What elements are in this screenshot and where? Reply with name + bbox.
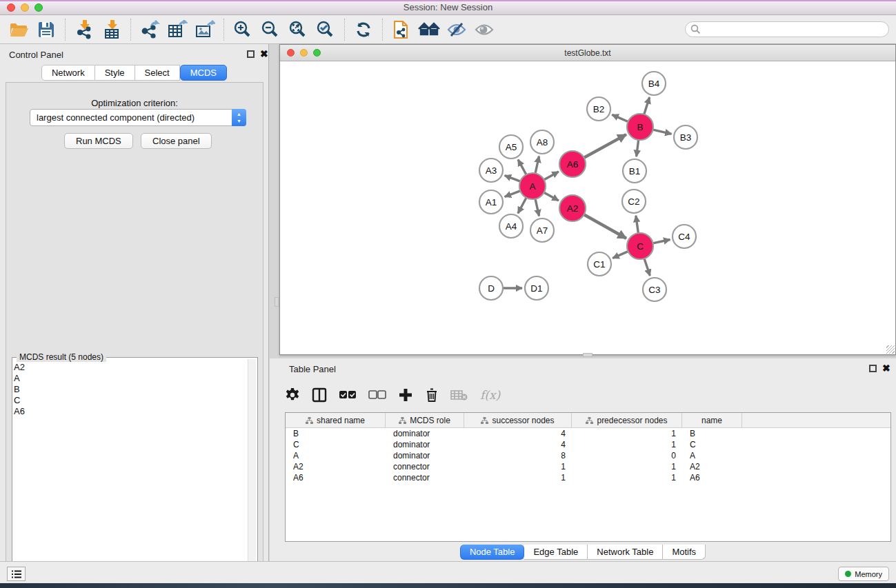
cell[interactable]: 4 <box>464 439 572 450</box>
table-body[interactable]: Bdominator41BCdominator41CAdominator80AA… <box>286 428 890 483</box>
edge-B-B3[interactable] <box>653 130 672 134</box>
network-window-titlebar[interactable]: testGlobe.txt <box>280 45 895 61</box>
network-scroll-thumb-left[interactable] <box>275 297 279 307</box>
result-item[interactable]: A6 <box>14 406 25 417</box>
zoom-fit-icon[interactable] <box>286 19 310 41</box>
node-A2[interactable]: A2 <box>559 195 586 221</box>
delete-column-trash-icon[interactable] <box>425 387 439 403</box>
import-network-icon[interactable] <box>72 19 96 41</box>
zoom-window-button[interactable] <box>34 3 43 12</box>
cell[interactable]: connector <box>386 472 464 483</box>
deselect-all-checks-icon[interactable] <box>368 390 386 400</box>
tab-network[interactable]: Network <box>41 65 95 81</box>
cell[interactable]: 1 <box>572 428 682 439</box>
cell[interactable]: dominator <box>386 428 464 439</box>
zoom-selected-icon[interactable] <box>314 19 337 41</box>
cell[interactable]: B <box>286 428 386 439</box>
cell[interactable]: connector <box>386 461 464 472</box>
save-session-icon[interactable] <box>34 19 58 41</box>
edge-A-A4[interactable] <box>518 198 526 214</box>
table-float-panel-icon[interactable] <box>869 365 877 372</box>
node-C4[interactable]: C4 <box>673 225 696 248</box>
edge-B-B4[interactable] <box>644 97 650 114</box>
node-C[interactable]: C <box>627 233 653 259</box>
cell[interactable]: dominator <box>386 439 464 450</box>
edge-A-A5[interactable] <box>518 159 526 174</box>
cell[interactable]: 4 <box>464 428 572 439</box>
network-close-button[interactable] <box>287 49 295 57</box>
export-table-icon[interactable] <box>166 19 189 41</box>
tab-select[interactable]: Select <box>135 65 180 81</box>
network-window-controls[interactable] <box>287 49 321 57</box>
tab-mcds[interactable]: MCDS <box>180 65 227 81</box>
node-B3[interactable]: B3 <box>674 125 697 149</box>
cell[interactable]: A <box>286 450 386 461</box>
node-C2[interactable]: C2 <box>622 190 646 213</box>
node-A6[interactable]: A6 <box>559 151 586 177</box>
tab-edge-table[interactable]: Edge Table <box>524 545 588 560</box>
close-window-button[interactable] <box>7 3 15 12</box>
tab-motifs[interactable]: Motifs <box>663 545 706 560</box>
edge-C-C2[interactable] <box>636 216 639 233</box>
edge-A6-B[interactable] <box>584 134 626 158</box>
node-D1[interactable]: D1 <box>525 276 548 300</box>
close-panel-icon[interactable]: ✖ <box>260 48 268 59</box>
result-scrollbar[interactable] <box>248 359 256 587</box>
edge-A-A8[interactable] <box>535 156 539 174</box>
node-D[interactable]: D <box>479 276 503 300</box>
search-input[interactable] <box>685 21 889 37</box>
column-header-MCDS-role[interactable]: MCDS role <box>386 413 464 427</box>
table-row[interactable]: Cdominator41C <box>286 439 890 450</box>
close-panel-button[interactable]: Close panel <box>141 133 212 149</box>
minimize-window-button[interactable] <box>21 3 29 12</box>
cell[interactable]: 1 <box>572 472 682 483</box>
column-header-successor-nodes[interactable]: successor nodes <box>464 413 572 427</box>
network-canvas[interactable]: AA1A2A3A4A5A6A7A8BB1B2B3B4CC1C2C3C4DD1 <box>280 61 895 354</box>
open-session-icon[interactable] <box>7 19 30 41</box>
cell[interactable]: C <box>682 439 742 450</box>
cell[interactable]: 1 <box>572 439 682 450</box>
cell[interactable]: dominator <box>386 450 464 461</box>
edge-C-C4[interactable] <box>653 239 670 243</box>
column-header-shared-name[interactable]: shared name <box>286 413 386 427</box>
edge-A-A7[interactable] <box>535 199 539 216</box>
node-A7[interactable]: A7 <box>530 219 554 242</box>
network-scroll-thumb-bottom[interactable] <box>583 353 593 357</box>
add-column-icon[interactable] <box>398 387 413 403</box>
select-all-checks-icon[interactable] <box>339 390 357 400</box>
tab-node-table[interactable]: Node Table <box>460 545 525 560</box>
cell[interactable]: 1 <box>572 461 682 472</box>
column-header-name[interactable]: name <box>682 413 742 427</box>
criterion-dropdown[interactable]: largest connected component (directed) ▲… <box>30 109 246 126</box>
tab-network-table[interactable]: Network Table <box>588 545 663 560</box>
node-B2[interactable]: B2 <box>587 97 610 121</box>
result-item[interactable]: A <box>14 373 25 384</box>
mcds-result-list[interactable]: A2ABCA6 <box>14 362 25 417</box>
result-item[interactable]: A2 <box>14 362 25 373</box>
cell[interactable]: A6 <box>682 472 742 483</box>
table-row[interactable]: Bdominator41B <box>286 428 890 439</box>
table-header-row[interactable]: shared nameMCDS rolesuccessor nodesprede… <box>286 413 890 428</box>
column-header-predecessor-nodes[interactable]: predecessor nodes <box>572 413 682 427</box>
node-A[interactable]: A <box>519 173 546 199</box>
cell[interactable]: 8 <box>464 450 572 461</box>
zoom-in-icon[interactable] <box>231 19 255 41</box>
node-C3[interactable]: C3 <box>643 278 666 301</box>
task-history-button[interactable] <box>7 567 26 581</box>
node-B4[interactable]: B4 <box>642 72 666 95</box>
float-panel-icon[interactable] <box>247 50 255 58</box>
edge-A-A6[interactable] <box>544 172 559 180</box>
edge-A-A2[interactable] <box>544 192 559 201</box>
node-A4[interactable]: A4 <box>499 214 523 238</box>
node-table[interactable]: shared nameMCDS rolesuccessor nodesprede… <box>285 412 891 542</box>
cell[interactable]: C <box>286 439 386 450</box>
node-A8[interactable]: A8 <box>530 130 554 154</box>
result-item[interactable]: C <box>14 395 25 406</box>
network-zoom-button[interactable] <box>313 49 321 57</box>
edge-C-C1[interactable] <box>613 252 628 258</box>
clone-network-icon[interactable] <box>390 19 413 41</box>
cell[interactable]: A2 <box>286 461 386 472</box>
export-network-icon[interactable] <box>138 19 161 41</box>
cell[interactable]: B <box>682 428 742 439</box>
node-B[interactable]: B <box>627 114 653 140</box>
